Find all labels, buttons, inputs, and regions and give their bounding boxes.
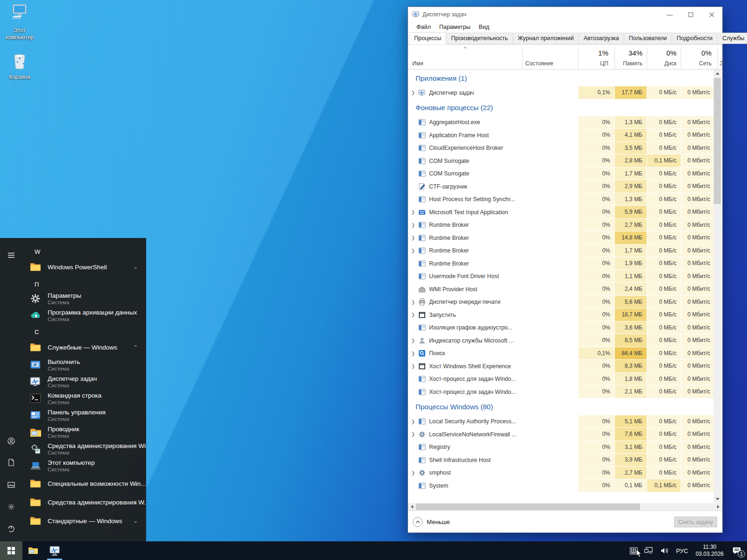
tab-inactive[interactable]: Пользователи bbox=[624, 33, 672, 44]
process-row[interactable]: ❯Хост Windows Shell Experience0%8,3 МБ0 … bbox=[408, 360, 714, 373]
process-row[interactable]: WMI Provider Host0%2,4 МБ0 МБ/с0 Мбит/с bbox=[408, 283, 714, 296]
process-row[interactable]: ❯Запустить0%18,7 МБ0 МБ/с0 Мбит/с bbox=[408, 308, 714, 322]
column-header-disk[interactable]: Диск bbox=[647, 60, 677, 67]
expand-chevron-icon[interactable]: ❯ bbox=[408, 86, 418, 99]
section-letter[interactable]: С bbox=[29, 326, 146, 338]
rail-pictures-icon[interactable] bbox=[0, 474, 22, 496]
minimize-button[interactable]: — bbox=[659, 7, 680, 22]
expand-chevron-icon[interactable]: ❯ bbox=[408, 296, 418, 308]
expand-chevron-icon[interactable]: ❯ bbox=[408, 334, 418, 347]
column-header-status[interactable]: Состояние bbox=[525, 60, 553, 67]
expand-chevron-icon[interactable]: ❯ bbox=[408, 308, 418, 321]
start-folder-item[interactable]: Средства администрирования W...⌄ bbox=[29, 493, 146, 511]
language-indicator[interactable]: РУС bbox=[676, 547, 688, 554]
process-row[interactable]: ❯Runtime Broker0%2,7 МБ0 МБ/с0 Мбит/с bbox=[408, 219, 714, 232]
tab-inactive[interactable]: Автозагрузка bbox=[579, 33, 624, 44]
fewer-details-button[interactable]: Меньше bbox=[413, 517, 450, 527]
taskbar-task-manager-button[interactable] bbox=[44, 541, 65, 560]
rail-settings-icon[interactable] bbox=[0, 496, 22, 518]
column-header-memory[interactable]: Память bbox=[614, 60, 642, 67]
title-bar[interactable]: Диспетчер задач — bbox=[408, 7, 722, 22]
scroll-up-icon[interactable] bbox=[713, 70, 721, 77]
tab-inactive[interactable]: Службы bbox=[718, 33, 747, 44]
process-row[interactable]: CTF-загрузчик0%2,9 МБ0 МБ/с0 Мбит/с bbox=[408, 180, 714, 193]
taskbar-file-explorer-button[interactable] bbox=[22, 541, 44, 560]
process-row[interactable]: ❯Runtime Broker0%14,8 МБ0 МБ/с0 Мбит/с bbox=[408, 231, 714, 245]
scroll-left-icon[interactable] bbox=[408, 503, 416, 511]
maximize-button[interactable] bbox=[680, 7, 701, 22]
process-row[interactable]: ❯Диспетчер задач0,1%17,7 МБ0 МБ/с0 Мбит/… bbox=[408, 86, 714, 99]
start-app-item[interactable]: Средства администрирования Win...Система bbox=[29, 441, 146, 457]
start-button[interactable] bbox=[0, 541, 22, 560]
process-row[interactable]: COM Surrogate0%2,8 МБ0,1 МБ/с0 Мбит/с bbox=[408, 154, 714, 168]
end-task-button[interactable]: Снять задачу bbox=[674, 517, 717, 527]
horizontal-scroll-thumb[interactable] bbox=[416, 504, 640, 510]
expand-chevron-icon[interactable]: ❯ bbox=[408, 467, 418, 479]
start-app-item[interactable]: Программа архивации данныхСистема bbox=[29, 307, 146, 324]
start-app-item[interactable]: Командная строкаСистема bbox=[29, 390, 146, 407]
network-icon[interactable] bbox=[644, 547, 654, 554]
process-row[interactable]: ❯Индексатор службы Microsoft ...0%8,5 МБ… bbox=[408, 334, 714, 347]
menu-item[interactable]: Вид bbox=[474, 23, 493, 31]
start-folder-item[interactable]: Специальные возможности Win...⌄ bbox=[29, 474, 146, 493]
column-header-cpu[interactable]: ЦП bbox=[578, 60, 608, 67]
process-row[interactable]: ❯Local Security Authority Process...0%5,… bbox=[408, 415, 714, 428]
process-row[interactable]: CloudExperienceHost Broker0%3,5 МБ0 МБ/с… bbox=[408, 142, 714, 155]
column-header-partial[interactable]: Э bbox=[719, 60, 724, 67]
process-row[interactable]: Registry0%3,1 МБ0 МБ/с0 Мбит/с bbox=[408, 441, 714, 454]
column-header-network[interactable]: Сеть bbox=[681, 60, 712, 67]
process-row[interactable]: ❯Runtime Broker0%1,7 МБ0 МБ/с0 Мбит/с bbox=[408, 245, 714, 258]
tab-inactive[interactable]: Производительность bbox=[446, 33, 512, 44]
menu-item[interactable]: Параметры bbox=[435, 23, 475, 31]
section-letter[interactable]: П bbox=[29, 278, 146, 290]
close-button[interactable] bbox=[701, 7, 722, 22]
desktop-icon[interactable]: Корзина bbox=[2, 49, 37, 81]
horizontal-scrollbar[interactable] bbox=[408, 503, 722, 511]
process-row[interactable]: ❯Microsoft Text Input Application0%5,9 М… bbox=[408, 206, 714, 219]
process-row[interactable]: ❯Диспетчер очереди печати0%5,6 МБ0 МБ/с0… bbox=[408, 296, 714, 309]
action-center-button[interactable]: 1 bbox=[727, 541, 746, 560]
start-folder-item[interactable]: Стандартные — Windows⌄ bbox=[29, 511, 146, 530]
expand-chevron-icon[interactable]: ❯ bbox=[408, 245, 418, 257]
process-row[interactable]: Хост-процесс для задач Windo...0%1,8 МБ0… bbox=[408, 373, 714, 386]
rail-user-icon[interactable] bbox=[0, 430, 22, 452]
start-app-item[interactable]: ПараметрыСистема bbox=[29, 290, 146, 307]
start-app-item[interactable]: Диспетчер задачСистема bbox=[29, 373, 146, 390]
process-group-header[interactable]: Фоновые процессы (22) bbox=[408, 99, 714, 116]
start-folder-item[interactable]: Служебные — Windows⌃ bbox=[29, 338, 146, 357]
expand-chevron-icon[interactable]: ❯ bbox=[408, 231, 418, 244]
expand-chevron-icon[interactable]: ❯ bbox=[408, 347, 418, 360]
tab-inactive[interactable]: Журнал приложений bbox=[513, 33, 578, 44]
scroll-right-icon[interactable] bbox=[714, 503, 722, 511]
desktop-icon[interactable]: Этот компьютер bbox=[2, 3, 37, 41]
process-row[interactable]: Usermode Font Driver Host0%1,1 МБ0 МБ/с0… bbox=[408, 270, 714, 283]
start-app-item[interactable]: ПроводникСистема bbox=[29, 424, 146, 441]
expand-chevron-icon[interactable]: ❯ bbox=[408, 360, 418, 372]
scroll-down-icon[interactable] bbox=[713, 495, 721, 503]
process-row[interactable]: Runtime Broker0%1,9 МБ0 МБ/с0 Мбит/с bbox=[408, 257, 714, 270]
expand-chevron-icon[interactable]: ❯ bbox=[408, 415, 418, 428]
process-row[interactable]: ❯LocalServiceNoNetworkFirewall ...0%7,6 … bbox=[408, 428, 714, 441]
process-row[interactable]: Application Frame Host0%4,1 МБ0 МБ/с0 Мб… bbox=[408, 129, 714, 142]
expand-chevron-icon[interactable]: ❯ bbox=[408, 428, 418, 441]
process-row[interactable]: COM Surrogate0%1,7 МБ0 МБ/с0 Мбит/с bbox=[408, 168, 714, 181]
start-app-item[interactable]: Этот компьютерСистема bbox=[29, 457, 146, 474]
process-group-header[interactable]: Приложения (1) bbox=[408, 70, 714, 86]
menu-item[interactable]: Файл bbox=[412, 23, 435, 31]
process-row[interactable]: Хост-процесс для задач Windo...0%2,1 МБ0… bbox=[408, 385, 714, 399]
volume-icon[interactable] bbox=[660, 547, 669, 554]
rail-document-icon[interactable] bbox=[0, 452, 22, 473]
column-header-name[interactable]: Имя bbox=[412, 60, 423, 67]
tab-inactive[interactable]: Подробности bbox=[672, 33, 717, 44]
process-row[interactable]: Host Process for Setting Synchr...0%1,3 … bbox=[408, 193, 714, 206]
rail-power-icon[interactable] bbox=[0, 518, 22, 539]
process-group-header[interactable]: Процессы Windows (80) bbox=[408, 399, 714, 415]
process-row[interactable]: System0%0,1 МБ0,1 МБ/с0 Мбит/с bbox=[408, 479, 714, 492]
rail-menu-icon[interactable] bbox=[0, 245, 22, 266]
start-app-item[interactable]: Панель управленияСистема bbox=[29, 407, 146, 424]
vertical-scrollbar[interactable] bbox=[713, 70, 721, 503]
start-app-item[interactable]: ВыполнитьСистема bbox=[29, 357, 146, 373]
expand-chevron-icon[interactable]: ❯ bbox=[408, 219, 418, 231]
process-row[interactable]: Shell Infrastructure Host0%3,9 МБ0 МБ/с0… bbox=[408, 454, 714, 467]
process-row[interactable]: AggregatorHost.exe0%1,3 МБ0 МБ/с0 Мбит/с bbox=[408, 116, 714, 129]
